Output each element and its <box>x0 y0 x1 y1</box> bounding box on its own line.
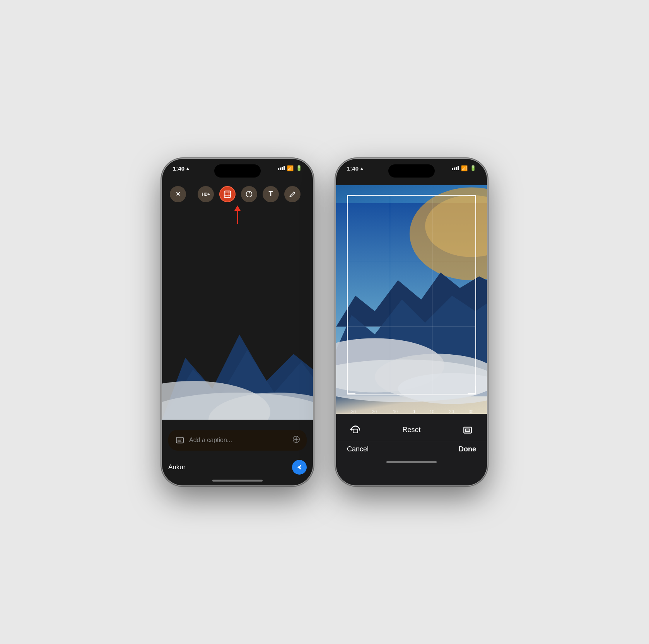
crop-bottom-controls: Reset Cancel Done <box>336 414 487 485</box>
crop-button[interactable] <box>219 186 236 202</box>
right-wifi-icon: 📶 <box>461 165 468 171</box>
cancel-button[interactable]: Cancel <box>347 445 369 453</box>
right-phone: 1:40 ▲ 📶 🔋 <box>336 159 487 485</box>
signal-bar-2 <box>280 167 281 170</box>
caption-bar[interactable]: Add a caption... <box>168 430 307 451</box>
time-label: 1:40 <box>173 165 184 172</box>
rotate-icon <box>350 425 361 436</box>
corner-tl <box>347 195 355 203</box>
corner-bl <box>347 386 355 395</box>
caption-timer-icon <box>292 435 301 445</box>
right-signal-bar-3 <box>456 167 457 170</box>
signal-bar-3 <box>282 167 283 170</box>
right-status-time: 1:40 ▲ <box>347 165 364 172</box>
rotate-button[interactable] <box>348 423 362 437</box>
reset-button[interactable]: Reset <box>402 426 420 434</box>
ruler-label-20: 20 <box>449 409 454 414</box>
right-battery-icon: 🔋 <box>470 165 476 171</box>
left-phone-screen: 1:40 ▲ 📶 🔋 ✕ HD+ <box>162 159 313 485</box>
close-button[interactable]: ✕ <box>170 186 186 202</box>
send-icon <box>296 464 303 471</box>
hd-button[interactable]: HD+ <box>198 186 214 202</box>
left-phone: 1:40 ▲ 📶 🔋 ✕ HD+ <box>162 159 313 485</box>
sticker-icon <box>245 190 253 198</box>
home-indicator <box>212 480 263 482</box>
hd-icon: HD+ <box>202 192 210 196</box>
done-button[interactable]: Done <box>459 445 476 453</box>
svg-point-6 <box>246 191 252 197</box>
ruler-label-neg30: -30 <box>350 409 356 414</box>
location-icon: ▲ <box>186 166 190 171</box>
ruler-label-0: 0 <box>412 409 415 414</box>
grid-line-h1 <box>348 261 475 261</box>
ruler-label-neg10: -10 <box>391 409 398 414</box>
svg-rect-5 <box>224 191 231 197</box>
ruler-label-30: 30 <box>469 409 473 414</box>
crop-area[interactable] <box>336 185 487 414</box>
arrow-shaft <box>237 210 238 224</box>
right-signal-bar-4 <box>458 166 459 170</box>
crop-icon <box>223 190 232 198</box>
signal-bar-4 <box>284 166 285 170</box>
caption-placeholder[interactable]: Add a caption... <box>189 437 288 444</box>
corner-br <box>468 386 476 395</box>
status-icons: 📶 🔋 <box>278 165 302 171</box>
grid-line-v2 <box>432 196 432 394</box>
input-bar: Ankur <box>168 460 307 475</box>
corner-tr <box>468 195 476 203</box>
right-signal-bar-2 <box>454 167 455 170</box>
indicator-arrow <box>234 205 241 224</box>
text-icon: T <box>269 190 273 198</box>
dynamic-island-right <box>388 164 435 178</box>
status-time: 1:40 ▲ <box>173 165 190 172</box>
close-icon: ✕ <box>176 191 181 198</box>
draw-button[interactable] <box>284 186 301 202</box>
ruler-label-neg20: -20 <box>371 409 377 414</box>
signal-bars <box>278 166 285 170</box>
right-status-icons: 📶 🔋 <box>452 165 476 171</box>
grid-line-h2 <box>348 326 475 326</box>
crop-action-row: Cancel Done <box>336 441 487 460</box>
crop-photo <box>336 185 487 414</box>
dynamic-island <box>214 164 261 178</box>
ruler-label-10: 10 <box>430 409 434 414</box>
right-location-icon: ▲ <box>360 166 364 171</box>
crop-controls-row: Reset <box>336 414 487 441</box>
send-button[interactable] <box>292 460 307 475</box>
right-phone-screen: 1:40 ▲ 📶 🔋 <box>336 159 487 485</box>
sender-name: Ankur <box>168 463 185 471</box>
svg-point-9 <box>295 438 297 441</box>
sticker-button[interactable] <box>241 186 257 202</box>
svg-rect-44 <box>353 429 358 432</box>
text-button[interactable]: T <box>263 186 279 202</box>
aspect-ratio-button[interactable] <box>461 423 475 437</box>
draw-icon <box>289 191 296 198</box>
battery-icon: 🔋 <box>296 165 302 171</box>
toolbar: HD+ T <box>185 186 313 202</box>
grid-line-v1 <box>390 196 390 394</box>
signal-bar-1 <box>278 168 279 170</box>
right-signal-bars <box>452 166 459 170</box>
aspect-ratio-icon <box>463 425 473 435</box>
right-signal-bar-1 <box>452 168 453 170</box>
right-time-label: 1:40 <box>347 165 359 172</box>
crop-border <box>347 195 476 395</box>
caption-icon <box>174 435 185 446</box>
wifi-icon: 📶 <box>287 165 294 171</box>
svg-rect-46 <box>466 429 470 431</box>
right-home-indicator <box>386 461 437 463</box>
